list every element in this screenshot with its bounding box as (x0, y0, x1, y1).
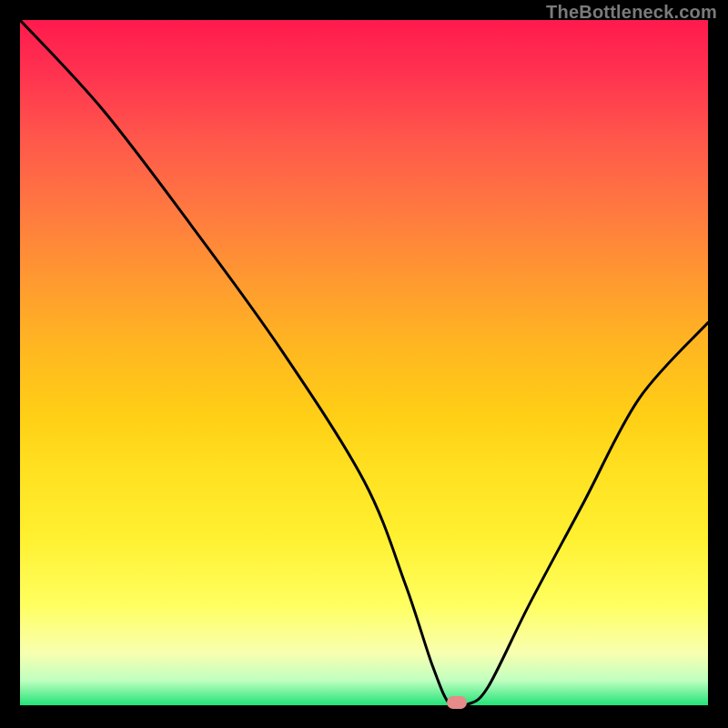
bottleneck-chart: TheBottleneck.com (0, 0, 728, 728)
plot-area (20, 20, 708, 708)
x-axis-baseline (20, 705, 708, 708)
optimal-marker (447, 696, 467, 709)
curve-path (20, 20, 708, 708)
watermark-label: TheBottleneck.com (546, 2, 717, 23)
bottleneck-curve (20, 20, 708, 708)
